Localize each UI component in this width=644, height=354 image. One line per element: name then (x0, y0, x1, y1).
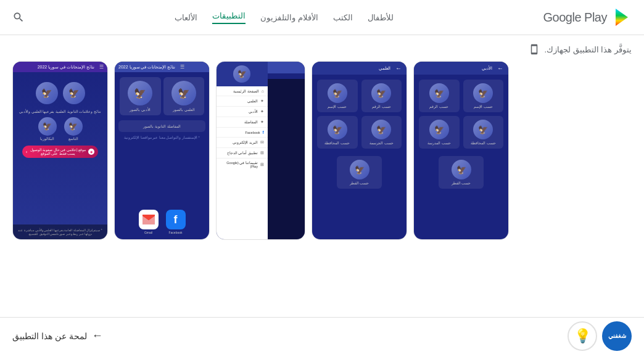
icon-bacc: 🦅 (38, 117, 57, 136)
compat-text: يتوفَّر هذا التطبيق لجهازك. (545, 45, 632, 54)
grid-item-prov1[interactable]: 🦅 حسب المحافظة (317, 116, 358, 149)
phone3-dim-overlay (268, 79, 305, 239)
google-play-text: Google Play (543, 10, 607, 25)
phone2-cards: 🦅 الأدبي بالصور 🦅 العلمي بالصور (115, 72, 209, 120)
phone4-grid: 🦅 حسب الإسم 🦅 حسب الرقم 🦅 حسب المحافظة 🦅… (312, 75, 407, 154)
emblem3: 🦅 (128, 81, 152, 105)
phone1-topbar: ☰ نتائج الإمتحانات في سوريا 2022 (13, 62, 107, 72)
compat-notice: يتوفَّر هذا التطبيق لجهازك. (12, 41, 632, 61)
emblem2: 🦅 (63, 82, 85, 104)
phone2-apps: Gmail f Facebook (115, 205, 209, 239)
svg-marker-0 (616, 9, 628, 26)
menu-item-email[interactable]: ✉ البريد الإلكتروني (217, 138, 268, 148)
bottom-bar: شغفني 💡 ← لمحة عن هذا التطبيق (0, 317, 644, 354)
phone2-banner: المفاضلة الثانوية بالصور (118, 120, 205, 132)
screenshots-row: ☰ نتائج الإمتحانات في سوريا 2022 🦅 🦅 نتا… (12, 61, 632, 243)
shaghfni-logo: شغفني (602, 321, 632, 351)
phone2-topbar: ☰ نتائج الإمتحانات في سوريا 2022 (115, 62, 209, 72)
nav-links: للأطفال الكتب الأفلام والتلفزيون التطبيق… (175, 11, 394, 24)
nav-kids[interactable]: للأطفال (368, 13, 394, 22)
menu-item-facebook[interactable]: f Facebook (217, 128, 268, 138)
grid-item-name2[interactable]: 🦅 حسب الإسم (463, 80, 504, 112)
grid-item-school2[interactable]: 🦅 حسب المدرسة (419, 116, 460, 149)
emblem4: 🦅 (171, 81, 196, 105)
phone5-bottom-item: 🦅 حسب القطر (414, 156, 508, 189)
google-play-logo[interactable]: Google Play (543, 7, 632, 27)
menu-item-mufadala[interactable]: ✦ المفاضلة (217, 117, 268, 128)
phone1-footer: * سيتم إنزال المفاضلة العامة بفرعيها الع… (13, 224, 107, 239)
nav-books[interactable]: الكتب (333, 13, 353, 22)
menu-item-home[interactable]: ⌂ الصفحة الرئيسية (217, 86, 268, 96)
menu-item-app[interactable]: ⊞ تطبيق أماني الدجاح (217, 148, 268, 158)
gmail-icon (139, 210, 159, 229)
nav-games[interactable]: الألعاب (175, 13, 197, 22)
grid-item-school1[interactable]: 🦅 حسب الجرسمة (361, 116, 402, 149)
phone5-grid: 🦅 حسب الرقم 🦅 حسب الإسم 🦅 حسب المدرسة 🦅 … (414, 75, 508, 154)
bottom-nav[interactable]: ← لمحة عن هذا التطبيق (12, 329, 103, 342)
phone5-topbar: ← الأدبي (414, 62, 508, 75)
icon-9th: 🦅 (64, 117, 83, 136)
nav-apps[interactable]: التطبيقات (212, 11, 246, 24)
screenshot-phone4[interactable]: ← العلمي 🦅 حسب الإسم 🦅 حسب الرقم 🦅 حسب ا… (312, 61, 407, 240)
phone1-cta-btn: ◉ موقع إعلامي في حال صعوبة الوصول يسب فق… (22, 146, 98, 158)
bottom-nav-label: لمحة عن هذا التطبيق (12, 331, 87, 341)
phone2-link: * الإستفسار والتواصل معنا عبر مواقعنا ال… (115, 132, 209, 143)
screenshot-phone5[interactable]: ← الأدبي 🦅 حسب الرقم 🦅 حسب الإسم 🦅 حسب ا… (413, 61, 509, 240)
header: Google Play للأطفال الكتب الأفلام والتلف… (0, 0, 644, 35)
facebook-icon: f (166, 210, 186, 229)
menu-item-literary[interactable]: ✦ الأدبي (217, 107, 268, 117)
device-icon (529, 44, 540, 55)
screenshot-phone2[interactable]: ☰ نتائج الإمتحانات في سوريا 2022 🦅 الأدب… (114, 61, 210, 240)
phone1-content: 🦅 🦅 نتائج وعلامات الثانوية العلمية بفرعي… (13, 72, 107, 224)
grid-item-prov2[interactable]: 🦅 حسب المحافظة (463, 116, 504, 149)
main-content: يتوفَّر هذا التطبيق لجهازك. ☰ نتائج الإم… (0, 35, 644, 249)
grid-item-name1[interactable]: 🦅 حسب الإسم (317, 80, 358, 112)
nav-movies[interactable]: الأفلام والتلفزيون (260, 13, 318, 22)
phone4-bottom-item: 🦅 حسب القطر (312, 156, 407, 189)
screenshot-phone1[interactable]: ☰ نتائج الإمتحانات في سوريا 2022 🦅 🦅 نتا… (12, 61, 108, 240)
menu-item-google-play[interactable]: ⊞ تقييماتنا في (Google Play) (217, 158, 268, 171)
phone1-category-row: 🦅 البكالوريا 🦅 التاسع (38, 117, 83, 141)
emblem1: 🦅 (36, 82, 58, 104)
search-area (12, 11, 25, 23)
phone3-menu: 🦅 ⌂ الصفحة الرئيسية ✦ العلمي ✦ الأدبي (217, 62, 268, 239)
phone4-topbar: ← العلمي (312, 62, 407, 75)
phone3-menu-header: 🦅 (217, 62, 268, 86)
phone1-subtitle: نتائج وعلامات الثانوية العلمية بفرعيها ا… (19, 109, 101, 113)
google-play-icon (612, 7, 632, 27)
bottom-arrow-icon: ← (92, 329, 103, 342)
search-icon[interactable] (12, 11, 25, 23)
menu-item-scientific[interactable]: ✦ العلمي (217, 96, 268, 107)
emblem5: 🦅 (233, 65, 250, 83)
bottom-logos: شغفني 💡 (568, 321, 632, 351)
grid-item-num1[interactable]: 🦅 حسب الرقم (361, 80, 402, 112)
lightbulb-icon: 💡 (568, 321, 597, 351)
grid-item-num2[interactable]: 🦅 حسب الرقم (419, 80, 460, 112)
screenshot-phone3[interactable]: نتائج ☰ 🦅 ⌂ الصفحة الرئيسية ✦ العلمي (216, 61, 305, 240)
